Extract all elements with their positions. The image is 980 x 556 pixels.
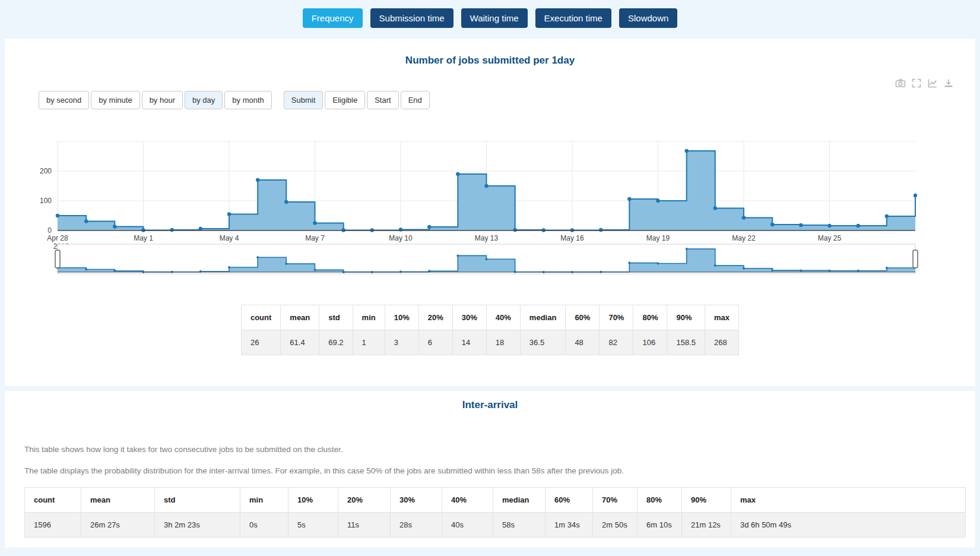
column-header: std [155,488,240,513]
tab-frequency[interactable]: Frequency [303,8,363,28]
table-cell: 26m 27s [81,513,155,538]
camera-icon[interactable] [895,78,906,89]
column-header: 10% [288,488,338,513]
table-cell: 5s [288,513,338,538]
table-cell: 3h 2m 23s [155,513,240,538]
tab-slowdown[interactable]: Slowdown [619,8,677,28]
table-cell: 21m 12s [682,513,731,538]
table-cell: 26 [241,330,280,355]
interarrival-title: Inter-arrival [5,391,975,411]
by-month-button[interactable]: by month [224,91,271,109]
slider-handle-left[interactable] [55,250,60,268]
column-header: 10% [385,305,418,330]
column-header: 90% [667,305,705,330]
column-header: count [241,305,280,330]
by-second-button[interactable]: by second [39,91,89,109]
table-cell: 1596 [25,513,81,538]
column-header: median [520,305,566,330]
table-cell: 6 [418,330,452,355]
eligible-series-button[interactable]: Eligible [325,91,365,109]
end-series-button[interactable]: End [401,91,430,109]
column-header: 60% [566,305,600,330]
table-cell: 1m 34s [545,513,593,538]
svg-text:May 13: May 13 [475,234,499,242]
column-header: 20% [418,305,452,330]
table-cell: 268 [705,330,739,355]
by-minute-button[interactable]: by minute [91,91,139,109]
page: { "tabs": { "items": [ { "label": "Frequ… [0,0,980,556]
column-header: 40% [486,305,520,330]
interarrival-description-1: This table shows how long it takes for t… [24,445,975,454]
table-cell: 3d 6h 50m 49s [731,513,966,538]
table-cell: 3 [385,330,418,355]
chart-title: Number of jobs submitted per 1day [5,39,975,67]
table-cell: 48 [566,330,600,355]
svg-text:May 4: May 4 [220,234,239,242]
column-header: 70% [593,488,638,513]
interarrival-card: Inter-arrival This table shows how long … [5,391,975,548]
column-header: 40% [442,488,493,513]
slider-handle-right[interactable] [913,250,918,268]
series-button-group: Submit Eligible Start End [284,91,430,109]
column-header: 30% [452,305,486,330]
svg-text:May 16: May 16 [560,234,584,242]
table-cell: 36.5 [520,330,566,355]
table-cell: 58s [493,513,545,538]
chart-modebar [895,78,954,89]
table-cell: 82 [600,330,633,355]
column-header: min [353,305,385,330]
svg-text:200: 200 [40,167,52,175]
frequency-stats-table: countmeanstdmin10%20%30%40%median60%70%8… [241,305,739,355]
table-cell: 1 [353,330,385,355]
svg-text:May 19: May 19 [646,234,670,242]
table-row: 2661.469.2136141836.54882106158.5268 [241,330,738,355]
table-cell: 69.2 [319,330,353,355]
by-hour-button[interactable]: by hour [142,91,183,109]
frequency-card: Number of jobs submitted per 1day by sec… [5,39,975,386]
table-cell: 11s [338,513,391,538]
submit-series-button[interactable]: Submit [284,91,323,109]
tab-waiting-time[interactable]: Waiting time [461,8,528,28]
table-cell: 0s [240,513,288,538]
table-cell: 6m 10s [638,513,682,538]
autoscale-icon[interactable] [911,78,922,89]
svg-text:May 1: May 1 [134,234,153,242]
column-header: 80% [633,305,667,330]
column-header: count [25,488,81,513]
svg-text:May 22: May 22 [732,234,756,242]
svg-text:Apr 28: Apr 28 [47,234,68,242]
column-header: std [319,305,353,330]
top-tab-bar: Frequency Submission time Waiting time E… [0,0,980,37]
column-header: 60% [545,488,593,513]
svg-text:May 7: May 7 [305,234,325,242]
column-header: 20% [338,488,391,513]
download-icon[interactable] [943,78,954,89]
column-header: mean [81,488,155,513]
column-header: 30% [391,488,442,513]
tab-execution-time[interactable]: Execution time [535,8,611,28]
interarrival-table: countmeanstdmin10%20%30%40%median60%70%8… [24,487,966,538]
table-cell: 28s [391,513,442,538]
y-axis-labels: 0100200 [40,167,52,235]
svg-text:May 25: May 25 [818,234,842,242]
column-header: min [240,488,288,513]
interarrival-table-wrapper: countmeanstdmin10%20%30%40%median60%70%8… [24,487,956,538]
interarrival-description-2: The table displays the probability distr… [24,466,975,475]
frequency-chart[interactable]: 0100200Apr 282015May 1May 4May 7May 10Ma… [5,128,975,277]
table-cell: 14 [452,330,486,355]
svg-text:100: 100 [40,197,52,205]
reset-axes-icon[interactable] [927,78,938,89]
chart-controls: by second by minute by hour by day by mo… [39,91,430,109]
range-slider[interactable] [55,244,918,274]
svg-text:0: 0 [47,226,52,235]
column-header: mean [281,305,319,330]
table-cell: 158.5 [667,330,705,355]
frequency-stats-wrapper: countmeanstdmin10%20%30%40%median60%70%8… [5,305,975,355]
table-row: 159626m 27s3h 2m 23s0s5s11s28s40s58s1m 3… [25,513,966,538]
by-day-button[interactable]: by day [185,91,223,109]
tab-submission-time[interactable]: Submission time [370,8,453,28]
table-cell: 61.4 [281,330,319,355]
granularity-button-group: by second by minute by hour by day by mo… [39,91,272,109]
table-cell: 106 [633,330,667,355]
start-series-button[interactable]: Start [367,91,398,109]
